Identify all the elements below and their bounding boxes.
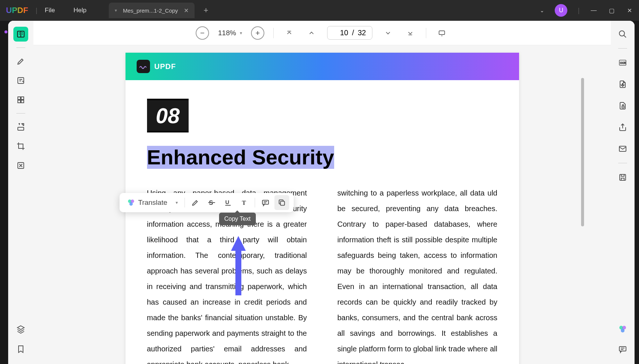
copy-text-tooltip: Copy Text xyxy=(219,213,256,225)
left-sidebar xyxy=(8,21,33,364)
window-minimize-icon[interactable]: — xyxy=(590,7,597,14)
toolbar-divider xyxy=(273,28,274,38)
svg-text:T: T xyxy=(242,199,246,206)
svg-text:OCR: OCR xyxy=(620,62,626,64)
prev-page-button[interactable] xyxy=(305,26,318,40)
svg-point-26 xyxy=(619,31,625,36)
presentation-button[interactable] xyxy=(435,26,449,40)
right-sidebar: OCR xyxy=(611,21,635,364)
tools-button[interactable] xyxy=(13,119,28,134)
svg-rect-36 xyxy=(619,347,626,351)
page-body: 08 Enhanced Security Using any paper-bas… xyxy=(125,80,519,364)
document-tab[interactable]: ▾ Mes_prem...1-2_Copy ✕ xyxy=(109,3,195,18)
tab-bar: ▾ Mes_prem...1-2_Copy ✕ + xyxy=(109,3,208,18)
layers-button[interactable] xyxy=(13,322,28,337)
export-button[interactable] xyxy=(615,77,630,92)
section-title[interactable]: Enhanced Security xyxy=(147,146,334,169)
sidebar-divider xyxy=(16,113,25,114)
email-button[interactable] xyxy=(615,141,630,156)
selection-context-toolbar: Translate ▾ S U T xyxy=(120,193,294,212)
section-number: 08 xyxy=(147,100,189,131)
app-logo: UPDF xyxy=(6,6,28,15)
svg-text:U: U xyxy=(225,199,229,205)
zoom-value: 118% xyxy=(218,29,236,37)
crop-button[interactable] xyxy=(13,139,28,154)
svg-point-16 xyxy=(129,202,133,206)
underline-button[interactable]: U xyxy=(221,195,235,210)
bookmark-button[interactable] xyxy=(13,342,28,357)
column-right[interactable]: switching to a paperless workplace, all … xyxy=(338,185,498,364)
tab-label: Mes_prem...1-2_Copy xyxy=(123,7,178,14)
titlebar-divider: | xyxy=(36,7,38,14)
translate-button[interactable]: Translate xyxy=(124,197,170,208)
tab-close-icon[interactable]: ✕ xyxy=(184,7,189,14)
copy-text-button[interactable] xyxy=(274,195,289,210)
save-button[interactable] xyxy=(615,170,630,185)
ctx-divider xyxy=(185,198,185,207)
page-current-field[interactable] xyxy=(333,29,348,37)
tab-add-icon[interactable]: + xyxy=(203,6,208,15)
ocr-button[interactable]: OCR xyxy=(615,55,630,70)
protect-button[interactable] xyxy=(615,98,630,113)
compress-button[interactable] xyxy=(13,158,28,173)
page-banner: UPDF xyxy=(125,53,519,80)
zoom-level[interactable]: 118% ▾ xyxy=(218,29,242,37)
highlight-button[interactable] xyxy=(188,195,203,210)
top-toolbar: 118% ▾ / 32 xyxy=(33,21,611,45)
feedback-button[interactable] xyxy=(615,342,630,357)
svg-rect-4 xyxy=(18,100,20,103)
section-number-box: 08 xyxy=(147,99,189,132)
translate-dropdown-icon[interactable]: ▾ xyxy=(176,200,178,205)
page-organize-button[interactable] xyxy=(13,92,28,107)
page-input[interactable]: / 32 xyxy=(327,26,372,40)
indicator-dot xyxy=(4,30,7,33)
tab-dropdown-icon[interactable]: ▾ xyxy=(115,8,117,13)
window-maximize-icon[interactable]: ▢ xyxy=(608,7,615,14)
edit-text-button[interactable] xyxy=(13,73,28,88)
annotation-arrow-icon xyxy=(227,232,250,299)
svg-rect-2 xyxy=(18,97,20,99)
translate-label: Translate xyxy=(138,199,167,207)
search-button[interactable] xyxy=(615,27,630,42)
titlebar-chevron-icon[interactable]: ⌄ xyxy=(540,7,544,13)
vertical-scrollbar[interactable] xyxy=(581,78,584,226)
strikethrough-button[interactable]: S xyxy=(204,195,219,210)
titlebar-right: ⌄ U | — ▢ ✕ xyxy=(540,4,633,17)
main-container: 118% ▾ / 32 UPDF xyxy=(8,21,635,364)
banner-logo-icon xyxy=(137,60,150,73)
svg-rect-25 xyxy=(280,201,284,205)
svg-rect-3 xyxy=(21,97,24,99)
highlighter-button[interactable] xyxy=(13,54,28,69)
next-page-button[interactable] xyxy=(381,26,395,40)
user-avatar[interactable]: U xyxy=(555,4,567,17)
document-viewer[interactable]: UPDF 08 Enhanced Security Using any pape… xyxy=(33,45,611,364)
svg-rect-22 xyxy=(262,200,268,204)
svg-rect-30 xyxy=(622,106,624,108)
banner-text: UPDF xyxy=(154,62,176,71)
sidebar-divider xyxy=(618,48,627,49)
svg-line-27 xyxy=(624,35,626,37)
svg-rect-6 xyxy=(18,127,24,130)
sidebar-divider xyxy=(618,163,627,163)
window-close-icon[interactable]: ✕ xyxy=(626,7,633,14)
svg-rect-5 xyxy=(21,100,24,103)
titlebar: UPDF | File Help ▾ Mes_prem...1-2_Copy ✕… xyxy=(0,0,639,21)
reader-mode-button[interactable] xyxy=(13,27,28,42)
comment-button[interactable] xyxy=(258,195,273,210)
page-total: 32 xyxy=(358,29,366,37)
menu-help[interactable]: Help xyxy=(74,7,87,14)
ctx-divider xyxy=(255,198,255,207)
first-page-button[interactable] xyxy=(283,26,296,40)
zoom-in-button[interactable] xyxy=(251,26,264,40)
last-page-button[interactable] xyxy=(404,26,417,40)
text-button[interactable]: T xyxy=(237,195,252,210)
sidebar-divider xyxy=(16,47,25,48)
toolbar-divider xyxy=(426,28,426,38)
ai-assistant-button[interactable] xyxy=(615,322,630,337)
menu-file[interactable]: File xyxy=(45,7,55,14)
share-button[interactable] xyxy=(615,120,630,135)
zoom-dropdown-icon[interactable]: ▾ xyxy=(240,30,242,36)
titlebar-divider: | xyxy=(578,7,580,14)
zoom-out-button[interactable] xyxy=(196,26,209,40)
content-area: 118% ▾ / 32 UPDF xyxy=(33,21,611,364)
